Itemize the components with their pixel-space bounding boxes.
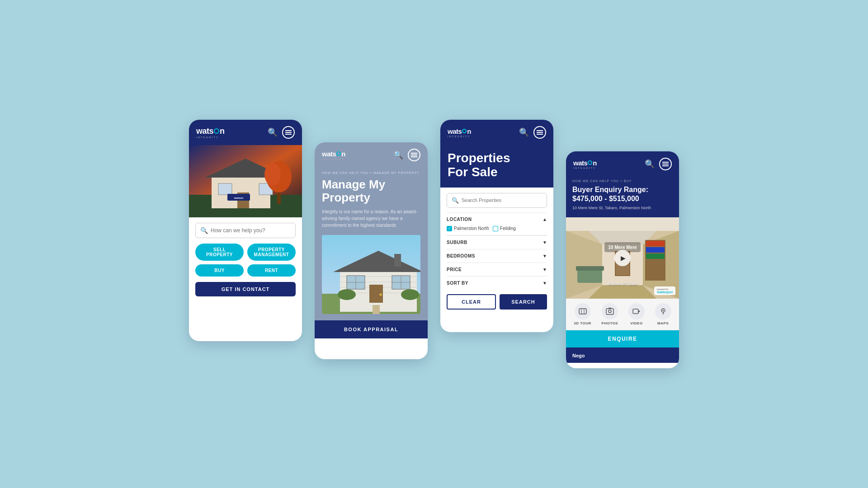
search-bar-icon: 🔍 bbox=[452, 197, 459, 204]
bedrooms-filter[interactable]: BEDROOMS ▼ bbox=[447, 249, 547, 263]
screen2-breadcrumb: HOW WE CAN HELP YOU > MANAGE MY PROPERTY bbox=[322, 171, 420, 174]
screen4-icons-row: 3D TOUR PHOTOS VIDEO MAPS bbox=[566, 299, 679, 330]
matterport-badge: powered by matterport bbox=[654, 286, 675, 295]
svg-rect-50 bbox=[606, 309, 613, 314]
feilding-chip[interactable]: Feilding bbox=[493, 226, 516, 231]
screen4-breadcrumb: HOW WE CAN HELP YOU > BUY bbox=[572, 179, 673, 183]
screen3-logo: watsn INTEGRITY bbox=[448, 127, 471, 138]
svg-rect-46 bbox=[576, 266, 604, 271]
svg-text:watson: watson bbox=[234, 197, 244, 199]
svg-point-9 bbox=[264, 163, 281, 186]
menu2-icon[interactable] bbox=[408, 149, 420, 161]
location-chips: Palmerston North Feilding bbox=[447, 226, 547, 235]
menu-icon[interactable] bbox=[282, 126, 295, 139]
play-button[interactable] bbox=[614, 250, 631, 266]
palmerston-label: Palmerston North bbox=[454, 226, 489, 231]
property-management-button[interactable]: PROPERTY MANAGEMENT bbox=[247, 244, 296, 261]
buy-button[interactable]: BUY bbox=[195, 264, 244, 277]
book-appraisal-button[interactable]: BOOK APPRAISAL bbox=[321, 327, 421, 332]
logo-o-icon bbox=[214, 128, 219, 134]
location-filter[interactable]: LOCATION ▲ bbox=[447, 212, 547, 226]
negotiation-label: Nego bbox=[572, 353, 585, 358]
svg-text:10 Mere Mere: 10 Mere Mere bbox=[608, 245, 637, 250]
photos-label: PHOTOS bbox=[602, 321, 618, 325]
svg-marker-54 bbox=[638, 310, 640, 313]
menu3-icon[interactable] bbox=[533, 126, 546, 139]
screen3-header: watsn INTEGRITY 🔍 bbox=[440, 120, 553, 145]
screen2-logo-text: watsn bbox=[322, 150, 345, 158]
enquire-label: ENQUIRE bbox=[571, 336, 674, 342]
video-icon bbox=[628, 303, 645, 319]
hamburger2-lines bbox=[411, 155, 417, 155]
price-filter[interactable]: PRICE ▼ bbox=[447, 263, 547, 276]
search-box[interactable]: 🔍 bbox=[195, 223, 296, 238]
search-button[interactable]: SEARCH bbox=[500, 294, 547, 310]
location-arrow: ▲ bbox=[542, 217, 547, 222]
palmerston-check[interactable] bbox=[447, 226, 452, 231]
svg-point-30 bbox=[401, 289, 419, 300]
screen2-header: watsn INTEGRITY 🔍 bbox=[315, 142, 428, 168]
screen1-header-icons: 🔍 bbox=[268, 126, 295, 139]
screen4-footer: Nego bbox=[566, 347, 679, 363]
screen4-card: watsn INTEGRITY 🔍 HOW WE CAN HELP YOU > … bbox=[566, 151, 679, 368]
screen3-logo-text: watsn bbox=[448, 127, 471, 135]
search-input[interactable] bbox=[211, 227, 291, 234]
svg-point-51 bbox=[609, 310, 611, 313]
logo4-o-icon bbox=[588, 160, 592, 165]
rent-button[interactable]: RENT bbox=[247, 264, 296, 277]
search-box-icon: 🔍 bbox=[200, 227, 208, 234]
palmerston-chip[interactable]: Palmerston North bbox=[447, 226, 489, 231]
maps-icon bbox=[655, 303, 671, 319]
matterport-label: matterport bbox=[657, 291, 673, 294]
maps-item[interactable]: MAPS bbox=[655, 303, 671, 325]
sell-property-button[interactable]: SELL PROPERTY bbox=[195, 244, 244, 261]
photos-item[interactable]: PHOTOS bbox=[602, 303, 618, 325]
svg-point-56 bbox=[662, 310, 664, 311]
search-bar[interactable]: 🔍 bbox=[447, 193, 547, 208]
feilding-check[interactable] bbox=[493, 226, 498, 231]
search4-icon[interactable]: 🔍 bbox=[645, 159, 655, 169]
enquire-button[interactable]: ENQUIRE bbox=[566, 330, 679, 347]
menu4-icon[interactable] bbox=[659, 158, 672, 170]
screen1-logo-text: watsn bbox=[196, 127, 225, 136]
screen1-search-area: 🔍 SELL PROPERTY PROPERTY MANAGEMENT BUY … bbox=[189, 217, 302, 304]
hamburger3-lines bbox=[537, 132, 543, 133]
svg-rect-33 bbox=[566, 217, 679, 231]
property-search-input[interactable] bbox=[462, 197, 542, 203]
screen4-logo-sub: INTEGRITY bbox=[573, 167, 597, 169]
screen3-header-icons: 🔍 bbox=[519, 126, 546, 139]
svg-rect-52 bbox=[609, 308, 611, 309]
screen4-title: Buyer Enquiry Range: $475,000 - $515,000 bbox=[572, 185, 673, 203]
bedrooms-arrow: ▼ bbox=[542, 253, 547, 258]
screen2-logo: watsn INTEGRITY bbox=[322, 150, 345, 160]
suburb-label: SUBURB bbox=[447, 240, 467, 245]
hamburger4-lines bbox=[662, 164, 669, 164]
screen3-action-buttons: CLEAR SEARCH bbox=[447, 294, 547, 310]
screen2-footer[interactable]: BOOK APPRAISAL bbox=[315, 320, 428, 338]
action-buttons: SELL PROPERTY PROPERTY MANAGEMENT BUY RE… bbox=[195, 244, 296, 277]
video-label: VIDEO bbox=[630, 321, 642, 325]
screen1-logo-sub: INTEGRITY bbox=[196, 136, 225, 139]
price-arrow: ▼ bbox=[542, 267, 547, 272]
svg-rect-49 bbox=[579, 309, 586, 314]
search2-icon[interactable]: 🔍 bbox=[393, 150, 403, 160]
svg-point-28 bbox=[379, 293, 382, 296]
screen4-property-image: 10 Mere Mere Explore 3D Space powered by… bbox=[566, 217, 679, 299]
clear-button[interactable]: CLEAR bbox=[447, 294, 496, 310]
screen2-logo-sub: INTEGRITY bbox=[322, 158, 345, 160]
3d-tour-item[interactable]: 3D TOUR bbox=[574, 303, 591, 325]
3d-tour-label: 3D TOUR bbox=[574, 321, 591, 325]
get-in-contact-button[interactable]: GET IN CONTACT bbox=[195, 282, 296, 296]
hero-image: watson bbox=[189, 145, 302, 217]
sortby-arrow: ▼ bbox=[542, 281, 547, 286]
svg-rect-20 bbox=[394, 254, 401, 267]
svg-rect-4 bbox=[218, 183, 232, 195]
suburb-filter[interactable]: SUBURB ▼ bbox=[447, 235, 547, 249]
logo2-o-icon bbox=[336, 151, 341, 156]
search-icon[interactable]: 🔍 bbox=[268, 127, 278, 137]
sortby-filter[interactable]: SORT BY ▼ bbox=[447, 276, 547, 290]
svg-rect-43 bbox=[646, 247, 665, 253]
video-item[interactable]: VIDEO bbox=[628, 303, 645, 325]
search3-icon[interactable]: 🔍 bbox=[519, 127, 529, 137]
svg-rect-44 bbox=[646, 253, 665, 259]
